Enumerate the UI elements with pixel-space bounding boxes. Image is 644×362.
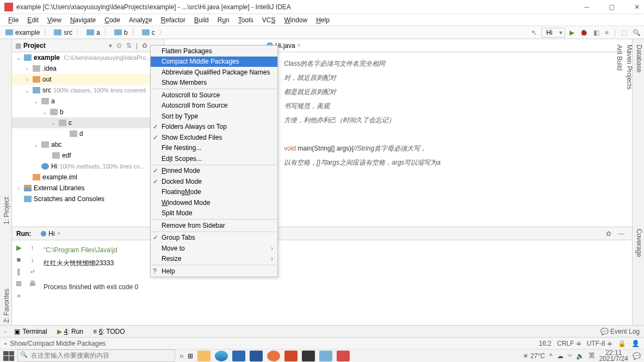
bc-c[interactable]: c xyxy=(140,29,157,36)
app-terminal[interactable] xyxy=(302,351,315,361)
close-icon[interactable]: ✕ xyxy=(634,3,640,11)
cm-move[interactable]: Move to› xyxy=(151,243,277,254)
run-config-select[interactable]: Hi▾ xyxy=(541,28,565,38)
tree-src[interactable]: ⌄src 100% classes, 100% lines covered xyxy=(12,85,164,96)
cm-autoto[interactable]: Autoscroll to Source xyxy=(151,90,277,101)
wifi-icon[interactable]: ⌔ xyxy=(568,352,572,360)
notification-icon[interactable]: 💬 xyxy=(633,352,641,360)
menu-vcs[interactable]: VCS xyxy=(258,15,280,25)
tab-terminal[interactable]: ▣Terminal xyxy=(10,327,51,336)
search-icon[interactable]: 🔍 xyxy=(633,29,641,36)
app-firefox[interactable] xyxy=(267,351,280,361)
tab-coverage[interactable]: Coverage xyxy=(634,227,644,325)
more-icon[interactable]: » xyxy=(12,289,26,301)
run-icon[interactable]: ▶ xyxy=(569,29,574,36)
cm-autofrom[interactable]: Autoscroll from Source xyxy=(151,101,277,111)
cm-docked[interactable]: ✓Docked Mode xyxy=(151,176,277,187)
tree-b[interactable]: ⌄b xyxy=(12,107,164,117)
cortana-icon[interactable]: ○ xyxy=(179,352,183,360)
bottom-square-icon[interactable]: ▫ xyxy=(4,328,7,335)
bc-b[interactable]: b xyxy=(112,29,130,36)
tree-hi[interactable]: Hi 100% methods, 100% lines co... xyxy=(12,161,164,172)
cm-windowed[interactable]: Windowed Mode xyxy=(151,197,277,208)
cm-compact[interactable]: Compact Middle Packages xyxy=(151,57,277,67)
onedrive-icon[interactable]: ☁ xyxy=(557,352,564,360)
tree-ext[interactable]: ›External Libraries xyxy=(12,183,164,194)
cm-split[interactable]: Split Mode xyxy=(151,208,277,219)
lock-icon[interactable]: 🔒 xyxy=(618,340,626,347)
run-gear-icon[interactable]: ✿ xyxy=(603,230,615,238)
cm-excluded[interactable]: ✓Show Excluded Files xyxy=(151,132,277,143)
taskview-icon[interactable]: ⊞ xyxy=(188,352,193,360)
menu-run[interactable]: Run xyxy=(214,15,233,25)
tree-iml[interactable]: example.iml xyxy=(12,172,164,183)
cm-help[interactable]: ?Help xyxy=(151,266,277,277)
tab-run[interactable]: ▶4: Run xyxy=(53,327,88,336)
menu-build[interactable]: Build xyxy=(190,15,213,25)
debug-icon[interactable]: 🐞 xyxy=(580,29,588,36)
run-output[interactable]: "C:\Program Files\Java\jd 红红火火恍恍惚惚23333 … xyxy=(39,228,632,322)
menu-help[interactable]: Help xyxy=(312,15,333,25)
collapse-icon[interactable]: ⇅ xyxy=(124,42,134,49)
tree-idea[interactable]: ›.idea xyxy=(12,63,164,74)
cm-nesting[interactable]: File Nesting... xyxy=(151,143,277,154)
cm-resize[interactable]: Resize› xyxy=(151,254,277,265)
tree-abc[interactable]: ⌄abc xyxy=(12,139,164,150)
cm-sort[interactable]: Sort by Type xyxy=(151,111,277,122)
close-icon[interactable]: ⊠ xyxy=(12,277,26,289)
cm-abbrev[interactable]: Abbreviate Qualified Package Names xyxy=(151,67,277,78)
wrap-icon[interactable]: ⤶ xyxy=(26,265,39,277)
tab-todo[interactable]: ≡6: TODO xyxy=(89,327,129,336)
bc-src[interactable]: src xyxy=(52,29,75,36)
print-icon[interactable]: 🖶 xyxy=(26,277,39,289)
menu-window[interactable]: Window xyxy=(280,15,311,25)
up-icon[interactable]: ↑ xyxy=(26,241,39,253)
line-ending[interactable]: CRLF ≑ xyxy=(557,340,581,347)
app-explorer[interactable] xyxy=(197,351,210,361)
start-button[interactable] xyxy=(3,351,14,361)
tree-a[interactable]: ⌄a xyxy=(12,96,164,107)
rerun-icon[interactable]: ▶ xyxy=(12,241,26,253)
tree-root[interactable]: ⌄example C:\Users\xiaoyusuying\IdeaPro..… xyxy=(12,52,164,63)
tab-favorites[interactable]: 2: Favorites xyxy=(2,227,11,325)
coverage-icon[interactable]: ◧ xyxy=(593,29,599,36)
gear-icon[interactable]: ✿ xyxy=(140,42,150,49)
tree-c[interactable]: ⌄c xyxy=(12,117,164,128)
cm-scopes[interactable]: Edit Scopes... xyxy=(151,153,277,164)
menu-navigate[interactable]: Navigate xyxy=(66,15,100,25)
cm-pinned[interactable]: ✓Pinned Mode xyxy=(151,166,277,177)
tab-project[interactable]: 1: Project xyxy=(2,42,11,227)
nav-back-icon[interactable]: ↖ xyxy=(531,29,537,36)
menu-refactor[interactable]: Refactor xyxy=(157,15,189,25)
weather[interactable]: ☀ 27°C xyxy=(523,352,545,360)
app-mail[interactable] xyxy=(232,351,245,361)
menu-analyze[interactable]: Analyze xyxy=(125,15,156,25)
down-icon[interactable]: ↓ xyxy=(26,253,39,265)
tree-scratch[interactable]: Scratches and Consoles xyxy=(12,194,164,204)
minimize-icon[interactable]: ─ xyxy=(584,3,589,11)
ime[interactable]: 英 xyxy=(589,351,595,360)
tree-d[interactable]: d xyxy=(12,128,164,139)
app-intellij[interactable] xyxy=(337,351,350,361)
tab-maven[interactable]: Maven Projects xyxy=(624,42,634,227)
app-ppt[interactable] xyxy=(284,351,298,361)
stop-icon[interactable]: ■ xyxy=(12,253,26,265)
menu-file[interactable]: File xyxy=(4,15,22,25)
menu-edit[interactable]: Edit xyxy=(23,15,42,25)
app-word[interactable] xyxy=(250,351,263,361)
stop-icon[interactable]: ■ xyxy=(605,29,609,36)
tab-database[interactable]: Database xyxy=(634,42,644,227)
bc-example[interactable]: example xyxy=(3,29,42,36)
maximize-icon[interactable]: ▢ xyxy=(609,3,615,11)
target-icon[interactable]: ⊙ xyxy=(114,42,124,49)
tab-structure[interactable]: 7: Structure xyxy=(0,227,2,325)
tree-out[interactable]: ›out xyxy=(12,74,164,85)
app-edge[interactable] xyxy=(215,351,228,361)
run-hide-icon[interactable]: — xyxy=(615,230,628,238)
cm-group[interactable]: ✓Group Tabs xyxy=(151,233,277,244)
tray-up-icon[interactable]: ^ xyxy=(549,352,553,360)
clock-date[interactable]: 2021/7/24 xyxy=(599,356,628,362)
cm-floating[interactable]: Floating Mode xyxy=(151,187,277,198)
menu-view[interactable]: View xyxy=(44,15,65,25)
cm-members[interactable]: Show Members xyxy=(151,78,277,89)
